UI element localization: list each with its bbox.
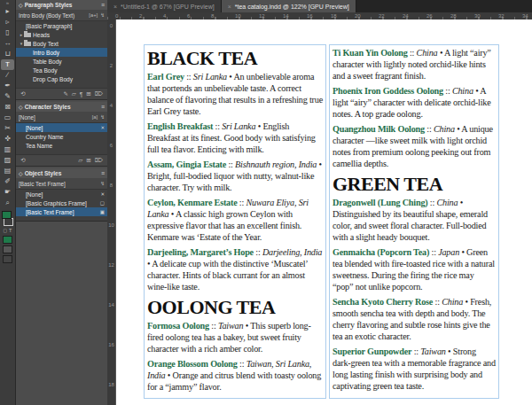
panel-character-styles: ◇Character Styles≡[None][a]↯[None]✕Count… (16, 102, 107, 167)
selection-tool[interactable]: ▸ (1, 6, 14, 17)
rectangle-frame-tool[interactable]: ⊠ (1, 102, 14, 113)
tab-label: *Untitled-1 @ 67% [GPU Preview] (121, 4, 215, 10)
panel-menu-icon[interactable]: ≡ (101, 104, 105, 110)
new-style-group-icon[interactable]: ▱ (78, 157, 82, 164)
style-item-paragraph-styles[interactable]: Intro Body (16, 48, 107, 57)
delete-style-icon[interactable]: ⌦ (95, 157, 103, 164)
tea-name: Dragonwell (Lung Ching) (332, 198, 427, 207)
panel-header-character-styles[interactable]: ◇Character Styles≡ (16, 102, 107, 112)
apply-none-button[interactable] (3, 255, 12, 263)
style-item-object-styles[interactable]: [Basic Graphics Frame]▢ (16, 199, 107, 207)
tea-name: Formosa Oolong (147, 321, 209, 331)
ruler-number: 14 (107, 302, 115, 308)
text-frame-right-column[interactable]: Ti Kuan Yin Oolong :: China • A light “a… (329, 44, 499, 399)
gradient-swatch-tool[interactable]: ▥ (1, 144, 14, 155)
paragraph-options-icon[interactable]: ¶ (80, 91, 83, 97)
bullet: • (458, 198, 463, 207)
style-item-paragraph-styles[interactable]: Table Body (16, 57, 107, 66)
panel-title: Paragraph Styles (25, 2, 73, 8)
panel-footer-character-styles: ⟲▱⊞⌦ (16, 154, 107, 166)
gap-tool[interactable]: ↔ (1, 38, 14, 49)
bullet: • (463, 297, 470, 307)
panel-footer-paragraph-styles: ⟲✎▱¶⊞⌦ (16, 88, 107, 99)
page-canvas[interactable]: BLACK TEAEarl Grey :: Sri Lanka • An unb… (115, 19, 532, 405)
style-item-paragraph-styles[interactable]: ▸Heads (16, 30, 107, 39)
panel-header-paragraph-styles[interactable]: ◇Paragraph Styles≡ (16, 0, 107, 10)
ruler-number: 18 (107, 382, 115, 387)
type-tool[interactable]: T (1, 59, 14, 70)
line-tool[interactable]: ∕ (1, 70, 14, 81)
apply-color-button[interactable] (3, 236, 12, 244)
clear-overrides-icon[interactable]: ✎ (63, 90, 67, 97)
tea-name: Ceylon, Kenmare Estate (147, 198, 238, 207)
panel-menu-icon[interactable]: ≡ (101, 2, 105, 8)
tab-bar: ×*Untitled-1 @ 67% [GPU Preview]×*tea ca… (107, 0, 532, 12)
tab-close-icon[interactable]: × (228, 4, 231, 10)
apply-gradient-button[interactable] (3, 245, 12, 253)
tools-panel: » ▸▹▯↔⊔T∕✒✎⊠▭✂✜▥▨▤✐☛⌕ ◻T (0, 0, 16, 405)
panel-header-object-styles[interactable]: ◇Object Styles≡ (16, 168, 107, 178)
create-new-style-icon[interactable]: ⊞ (86, 90, 90, 97)
tea-name: Ti Kuan Yin Oolong (332, 48, 408, 58)
redefine-style-icon[interactable]: ⟲ (20, 157, 25, 164)
style-item-label: Drop Cap Body (33, 76, 73, 82)
page-tool[interactable]: ▯ (1, 27, 14, 38)
panel-collapse-icon[interactable]: ◇ (19, 2, 23, 8)
style-badge-icon: ↯ (100, 181, 105, 186)
rectangle-tool[interactable]: ▭ (1, 113, 14, 123)
note-tool[interactable]: ▤ (1, 166, 14, 176)
tea-name: Orange Blossom Oolong (147, 359, 238, 369)
zoom-tool[interactable]: ⌕ (1, 198, 14, 208)
hand-tool[interactable]: ☛ (1, 187, 14, 198)
ruler-number: 6 (107, 143, 115, 148)
new-style-group-icon[interactable]: ▱ (72, 90, 76, 97)
free-transform-tool[interactable]: ✜ (1, 134, 14, 144)
formatting-affects-toggle[interactable]: ◻T (0, 227, 15, 234)
stroke-swatch[interactable] (4, 218, 13, 226)
style-item-label: [Basic Paragraph] (26, 23, 72, 29)
toolbar-collapse-icon[interactable]: » (0, 0, 15, 6)
document-area: ×*Untitled-1 @ 67% [GPU Preview]×*tea ca… (107, 0, 532, 405)
bullet: • (446, 347, 453, 356)
tea-entry: Ti Kuan Yin Oolong :: China • A light “a… (332, 47, 496, 82)
style-item-object-styles[interactable]: [None]✕ (16, 190, 107, 199)
panel-menu-icon[interactable]: ≡ (101, 170, 105, 176)
style-badge-icon: [a+] (89, 12, 98, 18)
panel-paragraph-styles: ◇Paragraph Styles≡Intro Body (Body Text)… (16, 0, 107, 100)
style-item-paragraph-styles[interactable]: Tea Body (16, 66, 107, 74)
style-item-character-styles[interactable]: Country Name (16, 132, 107, 141)
scissors-tool[interactable]: ✂ (1, 123, 14, 134)
tea-name: Superior Gunpowder (332, 347, 411, 356)
separator: :: (184, 72, 193, 82)
create-new-style-icon[interactable]: ⊞ (86, 157, 90, 164)
style-item-paragraph-styles[interactable]: Drop Cap Body (16, 74, 107, 83)
pencil-tool[interactable]: ✎ (1, 91, 14, 102)
ruler-number: 10 (107, 222, 115, 228)
style-item-label: Intro Body (33, 50, 59, 56)
eyedropper-tool[interactable]: ✐ (1, 176, 14, 187)
tea-entry: Phoenix Iron Goddess Oolong :: China • A… (332, 85, 496, 120)
tab-untitled[interactable]: ×*Untitled-1 @ 67% [GPU Preview] (107, 0, 222, 12)
tab-close-icon[interactable]: × (113, 4, 117, 10)
text-frame-left-column[interactable]: BLACK TEAEarl Grey :: Sri Lanka • An unb… (144, 44, 326, 399)
style-item-paragraph-styles[interactable]: [Basic Paragraph] (16, 21, 107, 30)
gradient-feather-tool[interactable]: ▨ (1, 155, 14, 166)
content-collector-tool[interactable]: ⊔ (1, 49, 14, 59)
direct-selection-tool[interactable]: ▹ (1, 17, 14, 27)
style-item-paragraph-styles[interactable]: ▾Body Text (16, 39, 107, 48)
redefine-style-icon[interactable]: ⟲ (20, 90, 25, 97)
style-item-object-styles[interactable]: [Basic Text Frame]▣ (16, 207, 107, 216)
ruler-number: 12 (107, 262, 115, 268)
fill-stroke-swatches[interactable] (1, 211, 14, 226)
ruler-number: 8 (107, 183, 115, 188)
panel-collapse-icon[interactable]: ◇ (19, 104, 23, 110)
panel-collapse-icon[interactable]: ◇ (19, 170, 23, 176)
fill-swatch[interactable] (2, 211, 12, 219)
delete-style-icon[interactable]: ⌦ (95, 90, 103, 97)
style-item-character-styles[interactable]: [None]✕ (16, 123, 107, 132)
tab-tea-catalog[interactable]: ×*tea catalog.indd @ 122% [GPU Preview] (222, 0, 356, 12)
pen-tool[interactable]: ✒ (1, 81, 14, 91)
current-style-object-styles: [Basic Text Frame]↯ (16, 178, 107, 190)
style-item-character-styles[interactable]: Tea Name (16, 141, 107, 150)
vertical-ruler[interactable]: 024681012141618 (107, 19, 116, 405)
